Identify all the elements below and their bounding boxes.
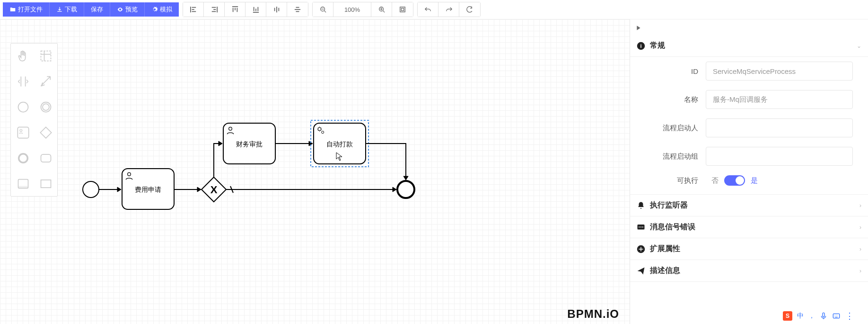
zoom-in-icon bbox=[378, 6, 385, 13]
properties-panel: i 常规 ⌄ ID 名称 流程启动人 流程启动组 可执行 否 是 执行监 bbox=[630, 19, 868, 324]
sequence-flow[interactable] bbox=[366, 144, 406, 180]
section-listeners-title: 执行监听器 bbox=[650, 200, 855, 210]
preview-button[interactable]: 预览 bbox=[110, 2, 145, 17]
svg-point-29 bbox=[639, 226, 640, 227]
svg-marker-20 bbox=[219, 141, 222, 146]
exclusive-gateway[interactable]: X bbox=[202, 177, 226, 202]
ime-bar: S 中 ， ⋮ bbox=[783, 311, 854, 321]
section-description[interactable]: 描述信息 › bbox=[630, 260, 868, 282]
refresh-icon bbox=[466, 6, 473, 13]
chevron-right-icon: › bbox=[859, 268, 861, 274]
align-right-icon bbox=[211, 6, 218, 13]
chevron-right-icon: › bbox=[859, 202, 861, 209]
field-starter-row: 流程启动人 bbox=[630, 114, 868, 142]
refresh-button[interactable] bbox=[459, 2, 480, 17]
section-listeners[interactable]: 执行监听器 › bbox=[630, 195, 868, 216]
open-file-label: 打开文件 bbox=[18, 5, 43, 14]
open-file-button[interactable]: 打开文件 bbox=[3, 2, 50, 17]
sequence-flow[interactable] bbox=[214, 144, 222, 177]
field-starter-group-row: 流程启动组 bbox=[630, 142, 868, 171]
section-extensions[interactable]: 扩展属性 › bbox=[630, 238, 868, 260]
align-bottom-button[interactable] bbox=[245, 2, 266, 17]
section-message-error-title: 消息信号错误 bbox=[650, 222, 855, 232]
end-event[interactable] bbox=[397, 181, 414, 198]
ime-lang[interactable]: 中 bbox=[797, 312, 804, 320]
zoom-out-icon bbox=[320, 6, 326, 13]
switch-on-label: 是 bbox=[751, 176, 758, 185]
field-starter-group-label: 流程启动组 bbox=[630, 152, 706, 161]
chevron-right-icon bbox=[636, 25, 641, 31]
svg-point-30 bbox=[640, 226, 641, 227]
field-name-label: 名称 bbox=[630, 95, 706, 104]
zoom-fit-button[interactable] bbox=[392, 2, 413, 17]
gear-icon bbox=[151, 6, 158, 13]
svg-marker-25 bbox=[403, 176, 408, 180]
field-starter-input[interactable] bbox=[706, 118, 853, 137]
section-message-error[interactable]: 消息信号错误 › bbox=[630, 216, 868, 238]
canvas[interactable]: 费用申请 X 财务审批 bbox=[0, 19, 630, 324]
paper-plane-icon bbox=[637, 267, 645, 275]
svg-marker-15 bbox=[117, 187, 121, 192]
zoom-group: 100% bbox=[312, 2, 413, 17]
field-id-row: ID bbox=[630, 57, 868, 85]
field-starter-group-input[interactable] bbox=[706, 147, 853, 166]
align-left-button[interactable] bbox=[183, 2, 204, 17]
svg-marker-17 bbox=[197, 187, 201, 192]
align-bottom-icon bbox=[253, 6, 259, 13]
simulate-label: 模拟 bbox=[160, 5, 172, 14]
save-button[interactable]: 保存 bbox=[84, 2, 110, 17]
field-starter-label: 流程启动人 bbox=[630, 124, 706, 133]
field-executable-label: 可执行 bbox=[630, 176, 706, 185]
section-extensions-title: 扩展属性 bbox=[650, 244, 855, 254]
task-auto-payment-label: 自动打款 bbox=[326, 140, 353, 148]
align-top-button[interactable] bbox=[225, 2, 245, 17]
chevron-right-icon: › bbox=[859, 246, 861, 252]
align-right-button[interactable] bbox=[204, 2, 225, 17]
download-button[interactable]: 下载 bbox=[50, 2, 84, 17]
section-general[interactable]: i 常规 ⌄ bbox=[630, 35, 868, 57]
field-id-label: ID bbox=[630, 67, 706, 75]
zoom-level-display[interactable]: 100% bbox=[333, 2, 371, 17]
field-name-input[interactable] bbox=[706, 90, 853, 109]
top-toolbar: 打开文件 下载 保存 预览 模拟 100% bbox=[0, 0, 868, 19]
chevron-down-icon: ⌄ bbox=[857, 43, 861, 49]
history-group bbox=[417, 2, 481, 17]
microphone-icon[interactable] bbox=[820, 312, 827, 320]
svg-text:i: i bbox=[640, 43, 641, 48]
bpmn-watermark: BPMN.iO bbox=[567, 307, 619, 321]
zoom-out-button[interactable] bbox=[313, 2, 333, 17]
undo-icon bbox=[425, 6, 431, 13]
redo-button[interactable] bbox=[438, 2, 459, 17]
folder-icon bbox=[9, 6, 16, 13]
undo-button[interactable] bbox=[418, 2, 438, 17]
download-label: 下载 bbox=[65, 5, 77, 14]
panel-collapse-toggle[interactable] bbox=[630, 22, 868, 35]
align-top-icon bbox=[232, 6, 238, 13]
align-vcenter-button[interactable] bbox=[287, 2, 308, 17]
executable-switch[interactable] bbox=[724, 175, 745, 186]
fit-icon bbox=[399, 6, 406, 13]
simulate-button[interactable]: 模拟 bbox=[145, 2, 179, 17]
align-hcenter-icon bbox=[273, 6, 280, 13]
bell-icon bbox=[637, 201, 645, 210]
keyboard-icon[interactable] bbox=[832, 312, 841, 320]
preview-label: 预览 bbox=[125, 5, 138, 14]
download-icon bbox=[56, 6, 63, 13]
align-left-icon bbox=[190, 6, 197, 13]
svg-rect-33 bbox=[833, 314, 839, 318]
field-id-input[interactable] bbox=[706, 62, 853, 81]
start-event[interactable] bbox=[83, 181, 99, 198]
align-group bbox=[183, 2, 308, 17]
primary-button-group: 打开文件 下载 保存 预览 模拟 bbox=[3, 2, 179, 17]
section-general-title: 常规 bbox=[650, 41, 852, 51]
zoom-in-button[interactable] bbox=[371, 2, 392, 17]
message-icon bbox=[637, 223, 645, 232]
ime-badge-icon[interactable]: S bbox=[783, 311, 792, 321]
align-vcenter-icon bbox=[294, 6, 301, 13]
svg-point-31 bbox=[642, 226, 643, 227]
ime-punct[interactable]: ， bbox=[808, 312, 815, 320]
ime-more-icon[interactable]: ⋮ bbox=[845, 311, 854, 321]
svg-text:X: X bbox=[210, 184, 218, 196]
align-hcenter-button[interactable] bbox=[266, 2, 287, 17]
bpmn-diagram[interactable]: 费用申请 X 财务审批 bbox=[0, 19, 473, 256]
